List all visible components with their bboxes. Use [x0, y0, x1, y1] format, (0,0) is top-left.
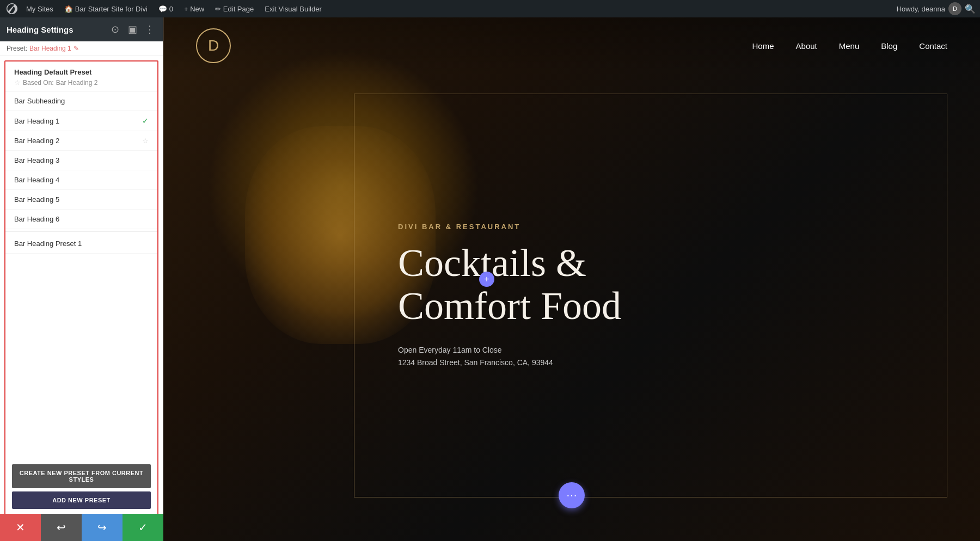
preset-item-label: Bar Heading 6	[14, 215, 59, 223]
site-header: D Home About Menu Blog Contact	[163, 17, 980, 74]
hero-desc-line1: Open Everyday 11am to Close	[398, 344, 903, 356]
preset-item-label: Bar Heading 2	[14, 137, 59, 145]
preset-item-label: Bar Heading 1	[14, 117, 59, 125]
new-label: + New	[184, 5, 204, 13]
panel-header: Heading Settings ⊙ ▣ ⋮	[0, 17, 163, 41]
my-sites-label: My Sites	[26, 5, 53, 13]
nav-item-home[interactable]: Home	[752, 41, 774, 51]
undo-button[interactable]: ↩	[41, 514, 82, 541]
page-preview: D Home About Menu Blog Contact DIVI BAR …	[163, 17, 980, 541]
comments-icon: 💬	[158, 5, 167, 13]
preset-item-label: Bar Heading Preset 1	[14, 239, 82, 248]
edit-page-label: ✏ Edit Page	[215, 5, 254, 13]
more-options-icon[interactable]: ⋮	[143, 23, 156, 36]
divider	[5, 231, 157, 232]
add-module-button[interactable]: +	[479, 272, 494, 287]
site-name-menu[interactable]: 🏠 Bar Starter Site for Divi	[60, 0, 152, 17]
preset-list-container: Heading Default Preset ☆ Based On: Bar H…	[4, 60, 158, 537]
add-preset-button[interactable]: ADD NEW PRESET	[12, 491, 151, 509]
save-button[interactable]: ✓	[122, 514, 163, 541]
list-item[interactable]: Bar Heading 2 ☆	[5, 131, 157, 151]
nav-item-menu[interactable]: Menu	[839, 41, 860, 51]
hero-content-box: DIVI BAR & RESTAURANT Cocktails & Comfor…	[354, 94, 947, 497]
preset-item-label: Bar Heading 4	[14, 176, 59, 184]
panel-header-icons: ⊙ ▣ ⋮	[108, 23, 156, 36]
left-panel: Heading Settings ⊙ ▣ ⋮ Preset: Bar Headi…	[0, 17, 163, 541]
preset-item-label: Bar Heading 3	[14, 156, 59, 164]
exit-label: Exit Visual Builder	[265, 5, 322, 13]
logo-letter: D	[208, 37, 219, 54]
avatar[interactable]: D	[948, 2, 961, 15]
based-on: ☆ Based On: Bar Heading 2	[14, 78, 149, 87]
based-on-label: Based On:	[23, 79, 54, 87]
default-preset-title: Heading Default Preset	[14, 68, 149, 76]
preset-list: Bar Subheading Bar Heading 1 ✓ Bar Headi…	[5, 91, 157, 459]
list-item[interactable]: Bar Heading 4	[5, 170, 157, 190]
list-item[interactable]: Bar Heading 6	[5, 210, 157, 229]
list-item[interactable]: Bar Heading 3	[5, 151, 157, 170]
panel-title: Heading Settings	[7, 25, 74, 34]
nav-item-blog[interactable]: Blog	[881, 41, 897, 51]
redo-button[interactable]: ↪	[82, 514, 122, 541]
site-name-label: Bar Starter Site for Divi	[75, 5, 148, 13]
preset-item-label: Bar Subheading	[14, 97, 65, 105]
layout-icon[interactable]: ▣	[126, 23, 139, 36]
nav-item-about[interactable]: About	[796, 41, 817, 51]
create-preset-button[interactable]: CREATE NEW PRESET FROM CURRENT STYLES	[12, 464, 151, 488]
list-item[interactable]: Bar Heading 5	[5, 190, 157, 210]
search-icon[interactable]: 🔍	[965, 4, 976, 14]
circle-icon[interactable]: ⊙	[108, 23, 121, 36]
based-on-value: Bar Heading 2	[56, 79, 98, 87]
site-nav: Home About Menu Blog Contact	[752, 41, 947, 51]
star-icon: ☆	[14, 78, 21, 87]
wp-logo[interactable]	[4, 1, 20, 16]
buttons-section: CREATE NEW PRESET FROM CURRENT STYLES AD…	[5, 459, 157, 514]
edit-page-btn[interactable]: ✏ Edit Page	[211, 0, 258, 17]
fab-button[interactable]: ⋯	[559, 482, 585, 508]
preset-item-label: Bar Heading 5	[14, 195, 59, 204]
nav-item-contact[interactable]: Contact	[919, 41, 947, 51]
preset-edit-icon[interactable]: ✎	[74, 45, 79, 52]
check-icon: ✓	[142, 116, 149, 125]
hero-subtitle: DIVI BAR & RESTAURANT	[398, 223, 903, 231]
exit-visual-builder-btn[interactable]: Exit Visual Builder	[260, 0, 326, 17]
hero-background: D Home About Menu Blog Contact DIVI BAR …	[163, 17, 980, 541]
comments-count: 0	[169, 5, 173, 13]
hero-description: Open Everyday 11am to Close 1234 Broad S…	[398, 344, 903, 368]
hero-title: Cocktails & Comfort Food	[398, 242, 903, 328]
list-item[interactable]: Bar Subheading	[5, 91, 157, 111]
hero-desc-line2: 1234 Broad Street, San Francisco, CA, 93…	[398, 356, 903, 368]
howdy-section: Howdy, deanna D 🔍	[897, 2, 976, 15]
list-item[interactable]: Bar Heading 1 ✓	[5, 111, 157, 131]
list-item[interactable]: Bar Heading Preset 1	[5, 234, 157, 254]
preset-name[interactable]: Bar Heading 1	[29, 45, 71, 52]
comments-menu[interactable]: 💬 0	[154, 0, 177, 17]
star-icon: ☆	[142, 137, 149, 145]
howdy-text: Howdy, deanna	[897, 5, 945, 13]
admin-bar: My Sites 🏠 Bar Starter Site for Divi 💬 0…	[0, 0, 980, 17]
cancel-button[interactable]: ✕	[0, 514, 41, 541]
my-sites-menu[interactable]: My Sites	[22, 0, 58, 17]
default-preset-section: Heading Default Preset ☆ Based On: Bar H…	[5, 62, 157, 91]
hero-title-line2: Comfort Food	[398, 284, 621, 328]
main-layout: Heading Settings ⊙ ▣ ⋮ Preset: Bar Headi…	[0, 17, 980, 541]
bottom-toolbar: ✕ ↩ ↪ ✓	[0, 514, 163, 541]
preset-bar: Preset: Bar Heading 1 ✎	[0, 41, 163, 56]
new-menu[interactable]: + New	[180, 0, 209, 17]
preset-label: Preset:	[7, 45, 27, 52]
site-logo: D	[196, 28, 231, 63]
